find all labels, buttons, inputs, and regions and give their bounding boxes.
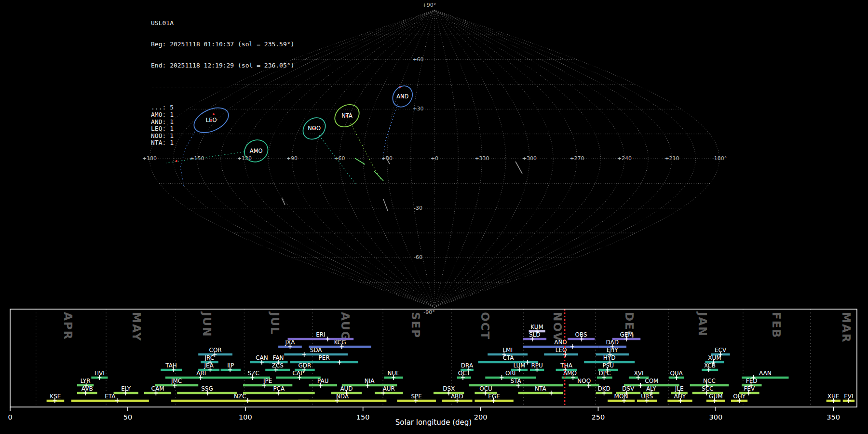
shower-code-label: NIA bbox=[365, 378, 375, 384]
sky-lon-label: -180° bbox=[712, 155, 727, 162]
shower-bar-XHE: XHE bbox=[827, 393, 841, 403]
shower-code-label: JRC bbox=[204, 354, 215, 361]
separator-line: ---------------------------------------- bbox=[151, 83, 302, 91]
shower-bar-CAP: CAP bbox=[276, 370, 321, 380]
shower-code-label: JPE bbox=[263, 378, 272, 384]
month-label: JUL bbox=[269, 311, 281, 335]
sky-meridian bbox=[292, 10, 434, 307]
shower-bar-CAM: CAM bbox=[144, 385, 171, 395]
observation-beg: Beg: 20251118 01:10:37 (sol = 235.59°) bbox=[151, 41, 302, 48]
shower-bar-TAH: TAH bbox=[161, 362, 182, 372]
sky-lat-label: +30 bbox=[412, 106, 423, 112]
shower-bar-NDA: NDA bbox=[298, 393, 387, 403]
shower-code-label: TAH bbox=[165, 362, 177, 369]
radiant-NOO: NOO bbox=[299, 113, 330, 144]
shower-bar-LEO: LEO bbox=[544, 347, 578, 357]
shower-code-label: ETA bbox=[105, 393, 116, 400]
shower-bar-AMO: AMO bbox=[562, 370, 578, 380]
sky-lon-label: +210 bbox=[665, 155, 679, 162]
shower-code-label: OCT bbox=[458, 370, 471, 377]
shower-bar-QUA: QUA bbox=[669, 370, 684, 380]
shower-code-label: FAN bbox=[273, 354, 284, 361]
month-label: JAN bbox=[696, 311, 709, 337]
shower-code-label: SLD bbox=[529, 331, 541, 338]
shower-code-label: URS bbox=[641, 393, 653, 400]
shower-code-label: KSE bbox=[50, 393, 61, 400]
shower-bar-OBS: OBS bbox=[568, 331, 595, 341]
shower-bar-KSE: KSE bbox=[47, 393, 65, 403]
shower-code-label: JXA bbox=[285, 339, 296, 346]
meteor-trajectory bbox=[382, 104, 397, 161]
shower-bar-XCB: XCB bbox=[702, 362, 718, 372]
shower-code-label: HYD bbox=[603, 354, 616, 361]
activity-chart: APRMAYJUNJULAUGSEPOCTNOVDECJANFEBMARKUME… bbox=[8, 309, 857, 427]
x-tick-label: 350 bbox=[827, 413, 840, 421]
shower-code-label: OBS bbox=[575, 331, 587, 338]
shower-code-label: CAP bbox=[293, 370, 304, 377]
shower-code-label: IIP bbox=[227, 362, 234, 369]
radiant-code-label: NOO bbox=[308, 125, 321, 132]
shower-bar-EGE: EGE bbox=[475, 393, 513, 403]
sky-pole-label-bottom: -90° bbox=[423, 309, 434, 315]
shower-count-row: NTA: 1 bbox=[151, 139, 302, 147]
shower-code-label: JLE bbox=[675, 385, 684, 392]
sky-meridian bbox=[434, 10, 648, 307]
sky-lon-label: +60 bbox=[334, 155, 345, 162]
shower-code-label: NZC bbox=[234, 393, 246, 400]
month-label: FEB bbox=[770, 312, 783, 339]
shower-bar-COR: COR bbox=[198, 347, 232, 357]
shower-code-label: CTA bbox=[502, 354, 514, 361]
month-label: AUG bbox=[339, 312, 352, 341]
shower-code-label: ARI bbox=[196, 370, 206, 377]
shower-code-label: SDA bbox=[310, 347, 323, 353]
shower-code-label: DSX bbox=[443, 385, 455, 392]
shower-code-label: SSG bbox=[201, 385, 213, 392]
shower-bar-NUE: NUE bbox=[384, 370, 403, 380]
shower-bar-HVI: HVI bbox=[91, 370, 108, 380]
sky-lon-label: +0 bbox=[431, 155, 438, 162]
shower-code-label: MON bbox=[614, 393, 628, 400]
shower-bar-OCT: OCT bbox=[457, 370, 471, 380]
shower-count-row: AMO: 1 bbox=[151, 111, 302, 119]
shower-bar-DKD: DKD bbox=[596, 385, 612, 395]
shower-code-label: DPC bbox=[598, 370, 610, 377]
shower-code-label: DSV bbox=[622, 385, 635, 392]
shower-code-label: AHY bbox=[674, 393, 686, 400]
month-label: MAR bbox=[840, 312, 853, 343]
month-label: SEP bbox=[409, 312, 422, 339]
shower-code-label: QUA bbox=[670, 370, 683, 377]
shower-code-label: NCC bbox=[703, 378, 716, 384]
shower-code-label: ZCS bbox=[272, 362, 284, 369]
x-tick-label: 0 bbox=[8, 413, 12, 421]
shower-code-label: DKD bbox=[597, 385, 610, 392]
shower-code-label: NUE bbox=[387, 370, 399, 377]
meteor-track bbox=[282, 198, 285, 205]
shower-count-row: ...: 5 bbox=[151, 104, 302, 111]
shower-code-label: STA bbox=[511, 378, 522, 384]
shower-code-label: SPE bbox=[411, 393, 421, 400]
shower-code-label: EHY bbox=[607, 347, 619, 353]
shower-bar-SSG: SSG bbox=[177, 385, 237, 395]
shower-code-label: LMI bbox=[502, 347, 513, 353]
shower-code-label: EGE bbox=[488, 393, 500, 400]
shower-code-label: FEV bbox=[744, 385, 755, 392]
shower-bar-PCA: PCA bbox=[243, 385, 315, 395]
shower-bar-SLD: SLD bbox=[523, 331, 546, 341]
station-code: USL01A bbox=[151, 20, 302, 27]
shower-bar-EVI: EVI bbox=[843, 393, 854, 403]
sky-meridian bbox=[434, 10, 506, 307]
x-tick-label: 150 bbox=[356, 413, 370, 421]
meteor-track bbox=[355, 158, 365, 164]
shower-bar-OHY: OHY bbox=[731, 393, 747, 403]
shower-bar-JXA: JXA bbox=[278, 339, 302, 349]
shower-code-label: XCB bbox=[704, 362, 716, 369]
shower-code-label: KCG bbox=[334, 339, 346, 346]
shower-code-label: SZC bbox=[248, 370, 259, 377]
shower-bar-ARD: ARD bbox=[442, 393, 472, 403]
shower-code-label: DRA bbox=[461, 362, 474, 369]
shower-bar-NTA: NTA bbox=[518, 385, 563, 395]
month-label: NOV bbox=[551, 312, 564, 342]
radiant-point bbox=[176, 160, 177, 162]
sky-lon-label: +180 bbox=[142, 155, 157, 162]
shower-bar-SDA: SDA bbox=[284, 347, 348, 357]
